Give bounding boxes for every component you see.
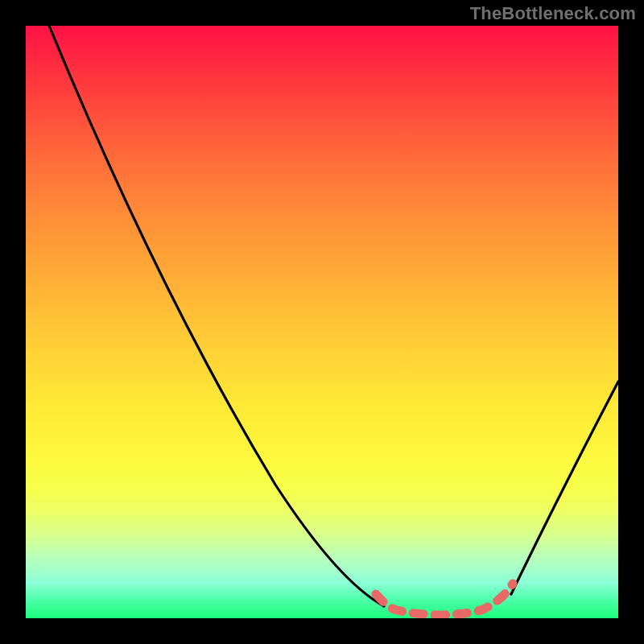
optimal-zone-curve (376, 584, 513, 615)
right-branch-curve (511, 382, 618, 594)
chart-frame: TheBottleneck.com (0, 0, 644, 644)
chart-plot-area (26, 26, 618, 618)
chart-curves (26, 26, 618, 618)
left-branch-curve (49, 26, 384, 606)
watermark-text: TheBottleneck.com (470, 3, 636, 24)
